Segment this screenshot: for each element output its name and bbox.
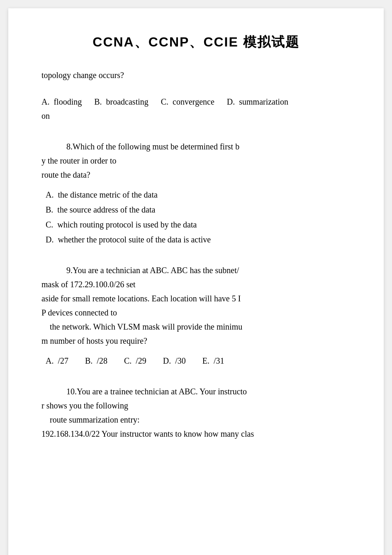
- q7-answer-d: D. summarization: [227, 97, 288, 106]
- q9-answer-c: C. /29: [124, 354, 146, 368]
- q8-answer-d: D. whether the protocol suite of the dat…: [46, 232, 351, 247]
- q9-answer-a: A. /27: [46, 354, 68, 368]
- q10-block: 10.You are a trainee technician at ABC. …: [41, 384, 351, 441]
- q9-answer-d: D. /30: [163, 354, 186, 368]
- q8-answer-a: A. the distance metric of the data: [46, 188, 351, 202]
- q7-answer-c: C. convergence: [161, 97, 214, 106]
- q8-text: 8.Which of the following must be determi…: [41, 139, 351, 182]
- q9-answers-row: A. /27 B. /28 C. /29 D. /30 E. /31: [46, 354, 351, 368]
- q7-answer-b: B. broadcasting: [94, 97, 149, 106]
- q8-block: 8.Which of the following must be determi…: [41, 139, 351, 182]
- q9-answer-e: E. /31: [202, 354, 224, 368]
- intro-line: topology change occurs?: [41, 68, 351, 82]
- q9-block: 9.You are a technician at ABC. ABC has t…: [41, 263, 351, 348]
- q8-answers: A. the distance metric of the data B. th…: [41, 188, 351, 247]
- page: CCNA、CCNP、CCIE 模拟试题 topology change occu…: [8, 8, 384, 555]
- q10-text: 10.You are a trainee technician at ABC. …: [41, 384, 351, 441]
- q7-answer-a: A. flooding: [41, 97, 82, 106]
- q8-answer-b: B. the source address of the data: [46, 203, 351, 217]
- q9-answer-b: B. /28: [85, 354, 107, 368]
- q9-text: 9.You are a technician at ABC. ABC has t…: [41, 263, 351, 348]
- q8-answer-c: C. which routing protocol is used by the…: [46, 218, 351, 232]
- page-title: CCNA、CCNP、CCIE 模拟试题: [41, 33, 351, 51]
- q9-answers: A. /27 B. /28 C. /29 D. /30 E. /31: [41, 354, 351, 368]
- q7-answers: A. flooding B. broadcasting C. convergen…: [41, 95, 351, 123]
